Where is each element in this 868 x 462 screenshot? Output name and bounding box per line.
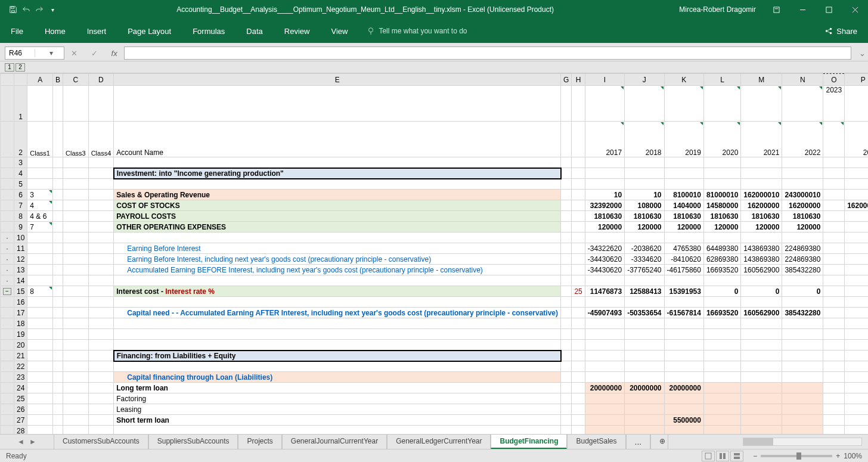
- view-pagelayout-icon[interactable]: [716, 451, 729, 461]
- maximize-icon[interactable]: [816, 1, 842, 18]
- tab-view[interactable]: View: [320, 21, 358, 42]
- tab-data[interactable]: Data: [235, 21, 273, 42]
- sheet-tab-add[interactable]: ⊕: [650, 435, 668, 449]
- quick-access-toolbar: ▾: [0, 4, 58, 15]
- sheet-tab-GeneralJournalCurrentYear[interactable]: GeneralJournalCurrentYear: [282, 435, 387, 449]
- sheet-tab-bar: ◄► CustomersSubAccountsSuppliersSubAccou…: [0, 434, 868, 449]
- sheet-tab-BudgetSales[interactable]: BudgetSales: [567, 435, 625, 449]
- tab-insert[interactable]: Insert: [76, 21, 117, 42]
- close-icon[interactable]: [842, 1, 868, 18]
- tab-nav[interactable]: ◄►: [0, 438, 54, 446]
- qat-more-icon[interactable]: ▾: [46, 4, 58, 15]
- svg-rect-16: [734, 457, 740, 459]
- status-ready: Ready: [6, 452, 27, 460]
- user-name: Mircea-Robert Dragomir: [672, 5, 763, 14]
- svg-point-7: [826, 30, 828, 32]
- horizontal-scrollbar[interactable]: [743, 438, 862, 446]
- svg-rect-2: [826, 7, 831, 12]
- tab-file[interactable]: File: [0, 21, 34, 42]
- share-button[interactable]: Share: [819, 23, 863, 39]
- outline-level-bar: 1 2: [0, 61, 868, 73]
- zoom-level: 100%: [844, 452, 862, 460]
- sheet-tab-CustomersSubAccounts[interactable]: CustomersSubAccounts: [54, 435, 148, 449]
- confirm-edit-icon[interactable]: ✓: [91, 49, 98, 58]
- sheet-tab-BudgetFinancing[interactable]: BudgetFinancing: [491, 435, 567, 449]
- ribbon-tabs: File Home Insert Page Layout Formulas Da…: [0, 21, 358, 42]
- sheet-tab-Projects[interactable]: Projects: [238, 435, 281, 449]
- spreadsheet-grid[interactable]: ABCDE GH IJKLMN OPQR 120232Class1Class3C…: [0, 73, 868, 452]
- sheet-tab-SuppliersSubAccounts[interactable]: SuppliersSubAccounts: [148, 435, 238, 449]
- tell-me[interactable]: Tell me what you want to do: [367, 27, 467, 35]
- zoom-control[interactable]: −+ 100%: [753, 452, 862, 460]
- tab-page-layout[interactable]: Page Layout: [117, 21, 182, 42]
- svg-rect-13: [720, 453, 722, 459]
- name-box-value: R46: [5, 49, 35, 57]
- name-box-dropdown-icon[interactable]: ▾: [35, 49, 64, 57]
- tab-formulas[interactable]: Formulas: [182, 21, 235, 42]
- svg-rect-14: [723, 453, 726, 459]
- expand-formula-icon[interactable]: ⌄: [856, 49, 868, 58]
- formula-input[interactable]: [124, 46, 851, 60]
- document-title: Accounting__Budget__Analysis____Optimum_…: [58, 5, 672, 14]
- fx-icon[interactable]: fx: [111, 49, 117, 58]
- tell-me-label: Tell me what you want to do: [379, 27, 467, 35]
- formula-bar: R46 ▾ ✕ ✓ fx ⌄: [0, 45, 868, 61]
- share-label: Share: [836, 27, 857, 36]
- redo-icon[interactable]: [33, 4, 45, 15]
- tab-review[interactable]: Review: [274, 21, 321, 42]
- svg-line-11: [828, 32, 830, 33]
- tab-home[interactable]: Home: [34, 21, 76, 42]
- cancel-edit-icon[interactable]: ✕: [71, 49, 78, 58]
- svg-point-8: [830, 28, 832, 30]
- column-headers[interactable]: ABCDE GH IJKLMN OPQR: [1, 74, 869, 86]
- view-pagebreak-icon[interactable]: [730, 451, 743, 461]
- undo-icon[interactable]: [20, 4, 32, 15]
- status-bar: Ready −+ 100%: [0, 449, 868, 462]
- minimize-icon[interactable]: [789, 1, 816, 18]
- svg-rect-12: [705, 453, 711, 459]
- sheet-tab-GeneralLedgerCurrentYear[interactable]: GeneralLedgerCurrentYear: [387, 435, 491, 449]
- svg-point-5: [369, 28, 373, 32]
- sheet-tab-more[interactable]: ...: [626, 435, 651, 449]
- save-icon[interactable]: [7, 4, 19, 15]
- outline-level-2[interactable]: 2: [16, 63, 25, 72]
- name-box[interactable]: R46 ▾: [5, 46, 64, 60]
- svg-rect-15: [734, 453, 740, 455]
- svg-line-10: [828, 29, 830, 30]
- svg-rect-0: [773, 7, 779, 12]
- ribbon: File Home Insert Page Layout Formulas Da…: [0, 19, 868, 43]
- ribbon-options-icon[interactable]: [763, 1, 789, 18]
- outline-level-1[interactable]: 1: [5, 63, 14, 72]
- svg-point-9: [830, 32, 832, 35]
- title-bar: ▾ Accounting__Budget__Analysis____Optimu…: [0, 0, 868, 19]
- view-normal-icon[interactable]: [702, 451, 715, 461]
